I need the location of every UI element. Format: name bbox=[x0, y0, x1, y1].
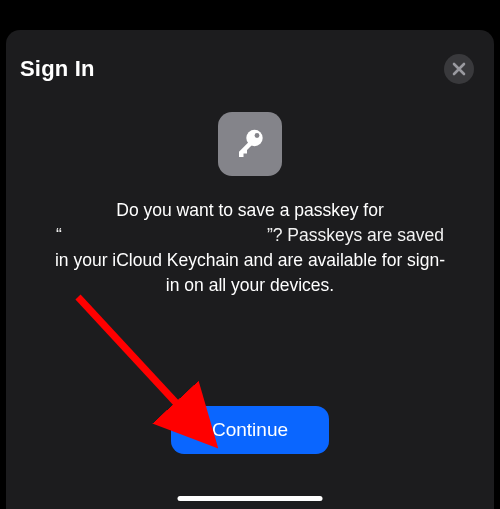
svg-point-1 bbox=[255, 133, 260, 138]
sheet-title: Sign In bbox=[20, 56, 95, 82]
passkey-save-sheet: Sign In Do you want to save a passkey fo… bbox=[6, 30, 494, 509]
close-icon bbox=[452, 62, 466, 76]
quote-close-and-text: ”? Passkeys are saved bbox=[267, 225, 444, 245]
key-icon bbox=[230, 124, 270, 164]
close-button[interactable] bbox=[444, 54, 474, 84]
quote-open: “ bbox=[56, 225, 62, 245]
sheet-header: Sign In bbox=[16, 54, 484, 84]
message-line-3: in your iCloud Keychain and are availabl… bbox=[55, 250, 445, 270]
passkey-icon-tile bbox=[218, 112, 282, 176]
continue-button-label: Continue bbox=[212, 419, 288, 440]
continue-button[interactable]: Continue bbox=[171, 406, 329, 454]
message-line-1: Do you want to save a passkey for bbox=[116, 200, 384, 220]
home-indicator[interactable] bbox=[178, 496, 323, 501]
passkey-message: Do you want to save a passkey for “”? Pa… bbox=[16, 198, 484, 298]
message-line-4: in on all your devices. bbox=[166, 275, 334, 295]
